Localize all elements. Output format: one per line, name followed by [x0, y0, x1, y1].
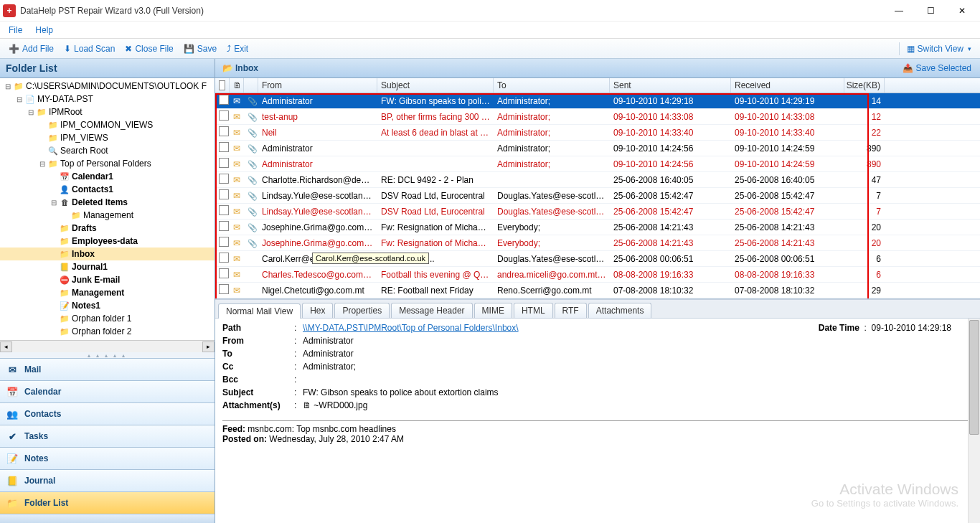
tree-node[interactable]: 📁Orphan folder 2	[0, 325, 215, 338]
tree-node[interactable]: 👤Contacts1	[0, 183, 215, 196]
menu-file[interactable]: File	[9, 25, 22, 35]
row-checkbox[interactable]	[219, 110, 229, 121]
message-row[interactable]: ✉📎AdministratorFW: Gibson speaks to poli…	[215, 93, 980, 109]
nav-item[interactable]: 👥Contacts	[0, 402, 215, 425]
tree-node[interactable]: 📁Management	[0, 209, 215, 222]
tree-node[interactable]: 📁IPM_COMMON_VIEWS	[0, 118, 215, 131]
row-checkbox[interactable]	[219, 158, 229, 168]
tree-node[interactable]: 📁Orphan folder 1	[0, 312, 215, 325]
select-all-checkbox[interactable]	[219, 80, 225, 90]
tree-node[interactable]: ⊟📁IPMRoot	[0, 105, 215, 118]
close-file-button[interactable]: ✖Close File	[121, 42, 177, 55]
twisty-icon[interactable]: ⊟	[14, 95, 24, 103]
tree-node[interactable]: ⊟📁C:\USERS\ADMIN\DOCUMENTS\OUTLOOK F	[0, 80, 215, 93]
col-to[interactable]: To	[494, 78, 610, 93]
tree-label: Inbox	[72, 249, 95, 259]
tree-node[interactable]: 🔍Search Root	[0, 144, 215, 157]
twisty-icon[interactable]: ⊟	[37, 160, 47, 168]
col-sent[interactable]: Sent	[610, 78, 731, 93]
message-row[interactable]: ✉📎test-anupBP, other firms facing 300 la…	[215, 109, 980, 125]
message-row[interactable]: ✉📎AdministratorAdministrator;09-10-2010 …	[215, 156, 980, 172]
nav-item[interactable]: ✔Tasks	[0, 425, 215, 447]
path-link[interactable]: \\MY-DATA.PST\IPMRoot\Top of Personal Fo…	[303, 323, 519, 333]
message-row[interactable]: ✉📎AdministratorAdministrator;09-10-2010 …	[215, 141, 980, 156]
tree-node[interactable]: 📝Notes1	[0, 299, 215, 312]
grid-body[interactable]: Carol.Kerr@ese-scotland.co.uk ✉📎Administ…	[215, 93, 980, 298]
scroll-right-icon[interactable]: ▸	[202, 341, 215, 352]
tree-node[interactable]: 📁Employees-data	[0, 235, 215, 248]
col-received[interactable]: Received	[731, 78, 844, 93]
tree-node[interactable]: 📁Drafts	[0, 222, 215, 235]
scroll-thumb[interactable]	[969, 320, 979, 435]
folder-open-icon: 📂	[220, 63, 235, 73]
col-from[interactable]: From	[258, 78, 377, 93]
nav-item[interactable]: 📅Calendar	[0, 380, 215, 402]
folder-tree[interactable]: ⊟📁C:\USERS\ADMIN\DOCUMENTS\OUTLOOK F⊟📄MY…	[0, 78, 215, 340]
splitter-grip[interactable]: ▴ ▴ ▴ ▴ ▴	[0, 352, 215, 358]
tree-node[interactable]: ⊟📁Top of Personal Folders	[0, 157, 215, 170]
row-checkbox[interactable]	[219, 174, 229, 184]
tree-hscroll[interactable]: ◂ ▸	[0, 340, 215, 352]
row-checkbox[interactable]	[219, 189, 229, 199]
nav-item[interactable]: 📝Notes	[0, 447, 215, 469]
row-checkbox[interactable]	[219, 284, 229, 294]
message-row[interactable]: ✉Nigel.Chetcuti@go.com.mtRE: Football ne…	[215, 283, 980, 298]
preview-tabs: Normal Mail ViewHexPropertiesMessage Hea…	[215, 299, 980, 319]
message-row[interactable]: ✉📎Lindsay.Yule@ese-scotland.c...DSV Road…	[215, 188, 980, 204]
row-checkbox[interactable]	[219, 95, 229, 105]
preview-tab[interactable]: Hex	[302, 303, 333, 318]
row-checkbox[interactable]	[219, 126, 229, 136]
row-checkbox[interactable]	[219, 268, 229, 278]
tree-node[interactable]: 📁Inbox	[0, 248, 215, 260]
message-row[interactable]: ✉📎Lindsay.Yule@ese-scotland.c...DSV Road…	[215, 204, 980, 220]
save-selected-button[interactable]: 📤 Save Selected	[898, 62, 976, 75]
tree-node[interactable]: 📒Journal1	[0, 260, 215, 273]
preview-tab[interactable]: Message Header	[391, 303, 472, 318]
nav-item[interactable]: ✉Mail	[0, 358, 215, 380]
tree-node[interactable]: 📁Management	[0, 286, 215, 299]
add-file-button[interactable]: ➕Add File	[4, 42, 58, 55]
preview-tab[interactable]: HTML	[514, 303, 553, 318]
row-checkbox[interactable]	[219, 205, 229, 215]
preview-tab[interactable]: Properties	[334, 303, 390, 318]
message-row[interactable]: ✉📎Josephine.Grima@go.com.mtFw: Resignati…	[215, 220, 980, 235]
row-checkbox[interactable]	[219, 253, 229, 263]
col-subject[interactable]: Subject	[377, 78, 494, 93]
paperclip-icon: 📎	[248, 143, 258, 154]
preview-tab[interactable]: MIME	[474, 303, 512, 318]
preview-tab[interactable]: Normal Mail View	[218, 303, 301, 319]
col-size[interactable]: Size(KB)	[844, 78, 885, 93]
preview-vscroll[interactable]	[968, 319, 980, 523]
preview-tab[interactable]: Attachments	[588, 303, 652, 318]
message-row[interactable]: ✉Charles.Tedesco@go.com.mtFootball this …	[215, 267, 980, 283]
twisty-icon[interactable]: ⊟	[49, 199, 59, 207]
envelope-icon: ✉	[233, 191, 240, 201]
message-row[interactable]: ✉📎Josephine.Grima@go.com.mtFw: Resignati…	[215, 235, 980, 251]
nav-item[interactable]: 📁Folder List	[0, 491, 215, 514]
message-row[interactable]: ✉📎Charlotte.Richardson@dexio...RE: DCL 9…	[215, 172, 980, 188]
inbox-title: Inbox	[235, 63, 258, 73]
maximize-button[interactable]: ☐	[921, 4, 940, 18]
twisty-icon[interactable]: ⊟	[26, 108, 36, 116]
tree-node[interactable]: ⊟🗑Deleted Items	[0, 196, 215, 209]
tree-node[interactable]: ⊟📄MY-DATA.PST	[0, 93, 215, 105]
menu-help[interactable]: Help	[35, 25, 53, 35]
load-scan-button[interactable]: ⬇Load Scan	[60, 42, 119, 55]
nav-item[interactable]: 📒Journal	[0, 469, 215, 491]
switch-view-button[interactable]: ▦Switch View▾	[903, 42, 976, 55]
row-checkbox[interactable]	[219, 142, 229, 152]
scroll-left-icon[interactable]: ◂	[0, 341, 12, 352]
message-row[interactable]: ✉📎NeilAt least 6 dead in blast at Ch...A…	[215, 125, 980, 141]
plus-icon: ➕	[9, 44, 19, 54]
tree-node[interactable]: 📅Calendar1	[0, 170, 215, 183]
twisty-icon[interactable]: ⊟	[3, 83, 13, 90]
tree-node[interactable]: ⛔Junk E-mail	[0, 273, 215, 286]
close-button[interactable]: ✕	[953, 4, 971, 18]
exit-button[interactable]: ⤴Exit	[222, 42, 253, 55]
preview-tab[interactable]: RTF	[555, 303, 587, 318]
tree-node[interactable]: 📁IPM_VIEWS	[0, 131, 215, 144]
minimize-button[interactable]: —	[890, 4, 908, 18]
save-button[interactable]: 💾Save	[179, 42, 221, 55]
row-checkbox[interactable]	[219, 237, 229, 247]
row-checkbox[interactable]	[219, 221, 229, 231]
